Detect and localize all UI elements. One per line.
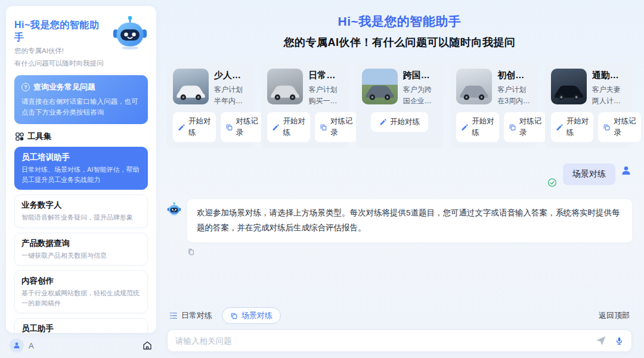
- car-thumbnail: [173, 69, 209, 104]
- records-icon: [225, 124, 233, 131]
- start-practice-label: 开始对练: [188, 116, 211, 138]
- pencil-icon: [461, 124, 469, 131]
- faq-card[interactable]: 查询业务常见问题 请直接在右侧对话窗口输入问题，也可点击下方业务分类按钮咨询: [14, 75, 148, 125]
- copy-icon[interactable]: [187, 248, 195, 256]
- scenario-card-commute[interactable]: 通勤长途... 客户夫妻两人计划在两个... 开始对练 对练记录: [545, 63, 632, 148]
- scenario-title: 少人口家...: [214, 70, 248, 81]
- scenario-desc: 客户夫妻两人计划在两个...: [592, 84, 626, 107]
- bot-message-bubble: 欢迎参加场景对练，请选择上方场景类型。每次对练将提供5道题目，您可通过文字或语音…: [187, 199, 632, 242]
- scenario-desc: 客户计划半年内购买一辆2...: [214, 84, 248, 107]
- message-actions: [187, 248, 632, 256]
- tab-scenario-practice[interactable]: 场景对练: [222, 307, 281, 324]
- scenario-card-startup[interactable]: 初创公司... 客户计划在3周内购买一辆... 开始对练 对练记录: [450, 63, 537, 148]
- sidebar-item-employee-training[interactable]: 员工培训助手 日常对练、场景对练，AI智能评估，帮助员工提升员工业务实战能力: [14, 147, 148, 190]
- back-to-top-button[interactable]: 返回顶部: [599, 310, 630, 321]
- scenario-title: 跨国企业...: [403, 70, 437, 81]
- practice-records-button[interactable]: 对练记录: [315, 112, 358, 142]
- records-icon: [509, 124, 516, 131]
- sidebar-card: Hi~我是您的智能助手 您的专属AI伙伴! 有什么问题可以随时向我提问 查询业务…: [6, 6, 156, 333]
- message-input-bar: [167, 329, 632, 352]
- home-icon[interactable]: [142, 340, 153, 351]
- practice-records-label: 对练记录: [519, 116, 542, 138]
- tool-desc: 智能语音解答业务疑问，提升品牌形象: [21, 212, 141, 223]
- tool-name: 内容创作: [21, 276, 141, 286]
- robot-mascot-icon: [112, 14, 148, 50]
- scenario-cards-row: 少人口家... 客户计划半年内购买一辆2... 开始对练 对练记录: [167, 63, 632, 148]
- main-area: Hi~我是您的智能助手 您的专属AI伙伴！有什么问题可以随时向我提问 少人口家.…: [156, 0, 644, 358]
- start-practice-label: 开始对练: [390, 116, 420, 128]
- scenario-card-business[interactable]: 日常商务... 客户计划购买一款中大型... 开始对练 对练记录: [261, 63, 348, 148]
- car-thumbnail: [267, 69, 303, 104]
- app-window: Hi~我是您的智能助手 您的专属AI伙伴! 有什么问题可以随时向我提问 查询业务…: [0, 0, 644, 358]
- scenario-title: 通勤长途...: [592, 70, 626, 81]
- tools-section-header: 工具集: [16, 131, 147, 142]
- practice-tabs: 日常对练 场景对练 返回顶部: [167, 307, 632, 324]
- scenario-desc: 客户为跨国企业高管，购...: [403, 84, 437, 107]
- send-icon[interactable]: [596, 335, 606, 346]
- sidebar: Hi~我是您的智能助手 您的专属AI伙伴! 有什么问题可以随时向我提问 查询业务…: [6, 6, 156, 354]
- tool-name: 员工培训助手: [21, 152, 141, 163]
- scenario-title: 日常商务...: [308, 70, 342, 81]
- pencil-icon: [178, 124, 185, 131]
- sidebar-item-content-creation[interactable]: 内容创作 基于行业权威网站数据，轻松生成规范统一的新闻稿件: [14, 270, 148, 313]
- page-subtitle: 您的专属AI伙伴！有什么问题可以随时向我提问: [167, 35, 632, 50]
- scenario-desc: 客户计划购买一款中大型...: [308, 84, 342, 107]
- practice-records-button[interactable]: 对练记录: [221, 112, 264, 142]
- faq-card-title: 查询业务常见问题: [33, 82, 95, 92]
- bot-avatar-icon: [167, 202, 181, 216]
- tool-desc: 基于行业权威网站数据，轻松生成规范统一的新闻稿件: [21, 288, 141, 308]
- grid-icon: [16, 132, 24, 141]
- list-icon: [169, 311, 178, 320]
- scenario-title: 初创公司...: [497, 70, 531, 81]
- pencil-icon: [379, 118, 387, 126]
- tool-desc: 日常对练、场景对练，AI智能评估，帮助员工提升员工业务实战能力: [21, 165, 141, 184]
- sidebar-header: Hi~我是您的智能助手 您的专属AI伙伴! 有什么问题可以随时向我提问: [14, 14, 148, 69]
- tool-desc: 一键获取产品相关数据与信息: [21, 251, 141, 261]
- sidebar-item-digital-human[interactable]: 业务数字人 智能语音解答业务疑问，提升品牌形象: [14, 195, 148, 228]
- sidebar-item-employee-assistant[interactable]: 员工助手 智能解答企业内部问题，一键查询&执行复杂流程: [14, 318, 148, 333]
- question-circle-icon: [21, 83, 30, 91]
- car-thumbnail: [362, 69, 398, 104]
- start-practice-label: 开始对练: [283, 116, 305, 138]
- practice-records-label: 对练记录: [614, 116, 636, 138]
- car-thumbnail: [551, 69, 587, 104]
- question-input[interactable]: [175, 337, 596, 345]
- practice-records-label: 对练记录: [330, 116, 353, 138]
- user-avatar-icon: [620, 165, 632, 177]
- car-thumbnail: [456, 69, 492, 104]
- mic-icon[interactable]: [615, 337, 624, 345]
- practice-records-label: 对练记录: [236, 116, 259, 138]
- start-practice-button[interactable]: 开始对练: [371, 112, 428, 132]
- chat-footer: 日常对练 场景对练 返回顶部: [167, 307, 632, 352]
- tab-daily-label: 日常对练: [181, 310, 212, 321]
- records-icon: [320, 124, 327, 131]
- practice-records-button[interactable]: 对练记录: [598, 112, 641, 142]
- start-practice-label: 开始对练: [472, 116, 494, 138]
- start-practice-button[interactable]: 开始对练: [173, 112, 216, 142]
- scenario-desc: 客户计划在3周内购买一辆...: [497, 84, 531, 107]
- user-avatar-icon[interactable]: [10, 338, 24, 353]
- start-practice-button[interactable]: 开始对练: [456, 112, 499, 142]
- tool-name: 产品数据查询: [21, 238, 141, 249]
- tab-scenario-label: 场景对练: [242, 310, 273, 321]
- tool-name: 员工助手: [21, 323, 141, 333]
- sidebar-subtitle-line2: 有什么问题可以随时向我提问: [14, 58, 109, 69]
- bot-message-row: 欢迎参加场景对练，请选择上方场景类型。每次对练将提供5道题目，您可通过文字或语音…: [167, 199, 632, 242]
- tools-header-label: 工具集: [27, 131, 52, 142]
- sidebar-footer: A: [6, 333, 156, 354]
- practice-records-button[interactable]: 对练记录: [504, 112, 547, 142]
- sidebar-title: Hi~我是您的智能助手: [14, 19, 109, 44]
- start-practice-button[interactable]: 开始对练: [267, 112, 310, 142]
- scenes-icon: [230, 312, 238, 320]
- check-success-icon: [547, 178, 557, 187]
- sidebar-item-product-data[interactable]: 产品数据查询 一键获取产品相关数据与信息: [14, 233, 148, 266]
- tab-daily-practice[interactable]: 日常对练: [169, 310, 212, 321]
- start-practice-button[interactable]: 开始对练: [551, 112, 594, 142]
- scenario-card-family[interactable]: 少人口家... 客户计划半年内购买一辆2... 开始对练 对练记录: [167, 63, 254, 148]
- user-message-bubble: 场景对练: [563, 163, 615, 185]
- user-initial: A: [29, 341, 34, 350]
- pencil-icon: [272, 124, 280, 131]
- sidebar-subtitle-line1: 您的专属AI伙伴!: [14, 46, 109, 57]
- tool-name: 业务数字人: [21, 200, 141, 211]
- scenario-card-multinational[interactable]: 跨国企业... 客户为跨国企业高管，购... 开始对练: [356, 63, 443, 148]
